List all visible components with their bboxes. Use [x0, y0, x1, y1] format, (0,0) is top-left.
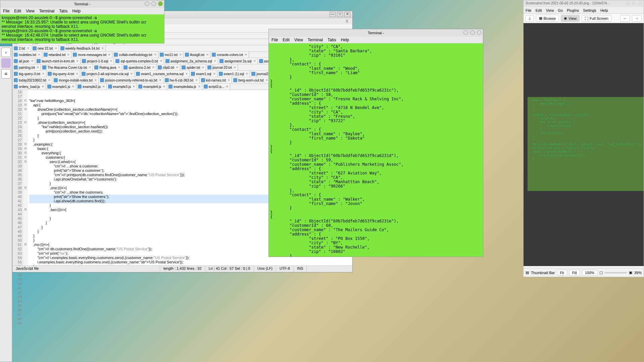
- tab-close-icon[interactable]: ✕: [102, 85, 105, 88]
- tab[interactable]: roulettes.txt✕: [12, 52, 42, 58]
- terminal2-titlebar[interactable]: Terminal -: [269, 29, 483, 37]
- tab-close-icon[interactable]: ✕: [118, 66, 120, 69]
- tab[interactable]: launch-mint-in-kvm.sh✕: [35, 58, 81, 64]
- tab[interactable]: console-colors.txt✕: [210, 52, 249, 58]
- menu-view[interactable]: View: [294, 38, 303, 42]
- tab[interactable]: mo11.txt✕: [158, 52, 184, 58]
- tab[interactable]: big-query-4.txt✕: [46, 71, 80, 77]
- tab-close-icon[interactable]: ✕: [179, 53, 182, 56]
- tab[interactable]: mongo-install-notes.txt✕: [52, 77, 99, 83]
- iv-titlebar[interactable]: Screenshot from 2021-06-03 16-23-00.png …: [524, 0, 644, 7]
- tab[interactable]: clip0.txt✕: [156, 64, 180, 70]
- tab[interactable]: 2.txt✕: [12, 45, 31, 51]
- tab-close-icon[interactable]: ✕: [42, 72, 45, 75]
- tab[interactable]: berg-worn-out.txt✕: [232, 77, 270, 83]
- tab[interactable]: example3.js✕: [107, 84, 137, 90]
- tab-close-icon[interactable]: ✕: [67, 53, 70, 56]
- minimize-button[interactable]: [145, 1, 149, 6]
- menu-view[interactable]: View: [26, 9, 35, 13]
- tab[interactable]: hw-6-cst-363.txt✕: [163, 77, 200, 83]
- iv-back-button[interactable]: ←: [620, 15, 630, 22]
- app-icon[interactable]: [1, 58, 11, 68]
- tab-close-icon[interactable]: ✕: [37, 66, 39, 69]
- nav-back-icon[interactable]: ‹: [1, 48, 11, 57]
- tab-close-icon[interactable]: ✕: [214, 59, 216, 63]
- tab-close-icon[interactable]: ✕: [228, 79, 230, 82]
- tab-close-icon[interactable]: ✕: [152, 66, 155, 69]
- tab[interactable]: Rating.java✕: [93, 64, 122, 70]
- tab[interactable]: retarded.txt✕: [42, 52, 72, 58]
- iv-canvas[interactable]: map = function() { emit(this.age, 1); } …: [524, 23, 644, 266]
- tab[interactable]: script2-p...✕: [202, 84, 231, 90]
- tab[interactable]: The Atacama Cover-Up.txt✕: [41, 64, 93, 70]
- iv-fit-button[interactable]: Fit: [557, 270, 567, 276]
- tab[interactable]: big-query-3.txt✕: [12, 71, 46, 77]
- maximize-button[interactable]: [470, 30, 475, 35]
- tab-close-icon[interactable]: ✕: [42, 85, 44, 88]
- menu-file[interactable]: File: [526, 8, 532, 12]
- iv-home-button[interactable]: ⌂: [526, 15, 534, 22]
- iv-thumbnail-label[interactable]: Thumbnail Bar: [531, 271, 555, 275]
- tab-close-icon[interactable]: ✕: [234, 66, 236, 69]
- close-button[interactable]: [158, 1, 163, 6]
- terminal2-body[interactable]: "city" : "CA", "state" : "Santa Barbara"…: [269, 43, 483, 257]
- menu-plugins[interactable]: Plugins: [567, 8, 579, 12]
- menu-help[interactable]: Help: [341, 38, 349, 42]
- tab-close-icon[interactable]: ✕: [154, 53, 157, 56]
- iv-close[interactable]: [638, 1, 642, 6]
- tab-close-icon[interactable]: ✕: [198, 85, 201, 88]
- iv-maximize[interactable]: [632, 1, 636, 6]
- npp-doc-close[interactable]: X: [346, 19, 350, 24]
- tab-close-icon[interactable]: ✕: [202, 66, 204, 69]
- menu-file[interactable]: File: [271, 38, 278, 42]
- tab-close-icon[interactable]: ✕: [27, 47, 30, 50]
- tab[interactable]: exam1_courses_schema.sql✕: [135, 71, 190, 77]
- tab-close-icon[interactable]: ✕: [89, 66, 91, 69]
- tab-close-icon[interactable]: ✕: [213, 72, 216, 75]
- iv-view-button[interactable]: ◉ View: [561, 15, 580, 22]
- tab[interactable]: spider.txt✕: [180, 64, 206, 70]
- menu-help[interactable]: Help: [600, 8, 608, 12]
- tab-close-icon[interactable]: ✕: [159, 79, 162, 82]
- menu-tabs[interactable]: Tabs: [59, 9, 67, 13]
- tab-close-icon[interactable]: ✕: [253, 59, 256, 63]
- menu-help[interactable]: Help: [72, 9, 81, 13]
- npp-close[interactable]: ✕: [344, 12, 350, 17]
- iv-zoom-100[interactable]: 100%: [582, 270, 597, 276]
- tab-close-icon[interactable]: ✕: [206, 53, 209, 56]
- tab-close-icon[interactable]: ✕: [38, 53, 41, 56]
- terminal1-body[interactable]: knoppix@mint-20-asustek-0:~$ gnome-scree…: [0, 14, 164, 43]
- zoom-in-icon[interactable]: ▣: [629, 270, 632, 275]
- tab-close-icon[interactable]: ✕: [246, 72, 248, 75]
- layout-icon[interactable]: ▤: [526, 270, 529, 275]
- tab-close-icon[interactable]: ✕: [108, 53, 111, 56]
- tab-close-icon[interactable]: ✕: [185, 72, 188, 75]
- iv-forward-button[interactable]: →: [632, 15, 642, 22]
- tab-close-icon[interactable]: ✕: [76, 72, 79, 75]
- tab-close-icon[interactable]: ✕: [245, 53, 247, 56]
- tab[interactable]: exam1.sql✕: [190, 71, 217, 77]
- npp-maximize[interactable]: □: [337, 12, 343, 17]
- maximize-button[interactable]: [151, 1, 156, 6]
- tab-close-icon[interactable]: ✕: [265, 79, 268, 82]
- tab[interactable]: exam1 (1).sql✕: [217, 71, 250, 77]
- tab-close-icon[interactable]: ✕: [110, 59, 112, 63]
- tab-close-icon[interactable]: ✕: [101, 47, 104, 50]
- menu-settings[interactable]: Settings: [583, 8, 596, 12]
- npp-minimize[interactable]: —: [330, 12, 336, 17]
- tab-close-icon[interactable]: ✕: [76, 59, 79, 63]
- tab-close-icon[interactable]: ✕: [94, 79, 97, 82]
- menu-edit[interactable]: Edit: [14, 9, 21, 13]
- tab[interactable]: sql-queries-complex-0.txt✕: [114, 58, 164, 64]
- menu-terminal[interactable]: Terminal: [308, 38, 323, 42]
- tab[interactable]: project-1-0.sql✕: [81, 58, 114, 64]
- tab-close-icon[interactable]: ✕: [195, 79, 198, 82]
- tab[interactable]: questions-2.txt✕: [122, 64, 156, 70]
- tab[interactable]: example1.js✕: [46, 84, 76, 90]
- menu-edit[interactable]: Edit: [283, 38, 290, 42]
- tab[interactable]: more-messages.txt✕: [71, 52, 112, 58]
- tab[interactable]: journal-20.txt✕: [206, 64, 238, 70]
- iv-minimize[interactable]: [626, 1, 630, 6]
- terminal1-titlebar[interactable]: Terminal -: [0, 0, 164, 8]
- tab-close-icon[interactable]: ✕: [72, 85, 75, 88]
